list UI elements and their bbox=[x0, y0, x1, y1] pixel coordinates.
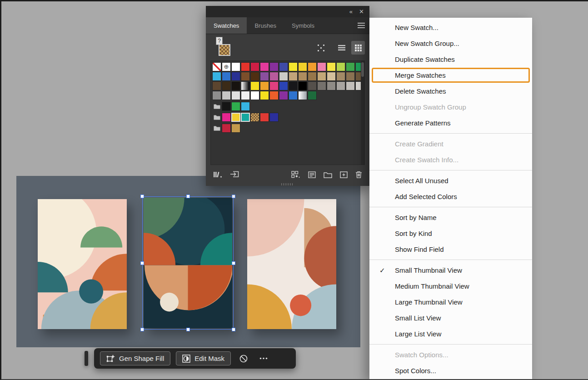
swatch[interactable] bbox=[212, 72, 221, 81]
swatch[interactable] bbox=[269, 81, 279, 90]
collapse-panel-icon[interactable]: « bbox=[349, 9, 353, 15]
color-group-folder[interactable] bbox=[212, 113, 221, 122]
swatch[interactable] bbox=[231, 62, 240, 71]
edit-mask-button[interactable]: Edit Mask bbox=[176, 351, 231, 365]
swatch[interactable] bbox=[336, 62, 345, 71]
swatch[interactable] bbox=[346, 62, 355, 71]
swatch[interactable] bbox=[289, 91, 298, 100]
swatch[interactable] bbox=[260, 72, 269, 81]
poster-artwork-3[interactable] bbox=[247, 199, 336, 329]
swatch[interactable] bbox=[231, 124, 240, 133]
swatch[interactable] bbox=[222, 72, 231, 81]
swatch-list-options-button[interactable] bbox=[308, 171, 316, 178]
swatch[interactable] bbox=[279, 81, 288, 90]
swatch-registration[interactable]: ⊕ bbox=[222, 62, 231, 71]
swatch-none[interactable] bbox=[212, 62, 221, 71]
list-view-button[interactable] bbox=[335, 41, 349, 55]
swatch[interactable] bbox=[212, 81, 221, 90]
swatch[interactable] bbox=[241, 72, 250, 81]
gen-shape-fill-button[interactable]: Gen Shape Fill bbox=[100, 351, 170, 365]
swatch[interactable] bbox=[308, 81, 317, 90]
swatch-pattern[interactable] bbox=[250, 113, 259, 122]
swatch[interactable] bbox=[212, 91, 221, 100]
current-fill-pattern-chip[interactable] bbox=[219, 44, 230, 56]
swatch[interactable] bbox=[346, 72, 355, 81]
new-swatch-button[interactable] bbox=[340, 171, 348, 178]
swatch[interactable] bbox=[241, 91, 250, 100]
color-group-folder[interactable] bbox=[212, 124, 221, 133]
menu-item-delete-swatches[interactable]: Delete Swatches bbox=[369, 83, 532, 99]
menu-item-new-swatch[interactable]: New Swatch... bbox=[369, 20, 532, 35]
panel-resize-grip[interactable] bbox=[281, 183, 294, 185]
swatch[interactable] bbox=[308, 91, 317, 100]
taskbar-drag-handle[interactable] bbox=[85, 351, 88, 366]
swatch[interactable] bbox=[279, 91, 288, 100]
swatch-kinds-menu-button[interactable] bbox=[291, 171, 300, 179]
swatch[interactable] bbox=[289, 62, 298, 71]
swatch[interactable] bbox=[250, 72, 259, 81]
swatch[interactable] bbox=[231, 102, 240, 111]
poster-artwork-1[interactable] bbox=[38, 199, 127, 329]
swatch[interactable] bbox=[260, 113, 269, 122]
menu-item-small-thumbnail-view[interactable]: ✓Small Thumbnail View bbox=[369, 262, 532, 278]
menu-item-large-thumbnail-view[interactable]: Large Thumbnail View bbox=[369, 294, 532, 310]
swatch[interactable] bbox=[231, 72, 240, 81]
tab-swatches[interactable]: Swatches bbox=[206, 17, 247, 34]
swatch[interactable] bbox=[241, 113, 250, 122]
libraries-panel-button[interactable] bbox=[213, 171, 222, 178]
swatch[interactable] bbox=[327, 81, 336, 90]
swatch[interactable] bbox=[222, 113, 231, 122]
add-to-library-button[interactable] bbox=[230, 171, 239, 178]
panel-title-bar[interactable]: « ✕ bbox=[206, 6, 369, 17]
swatch[interactable] bbox=[317, 81, 326, 90]
close-panel-icon[interactable]: ✕ bbox=[359, 9, 364, 15]
swatch[interactable] bbox=[308, 72, 317, 81]
swatch[interactable] bbox=[260, 91, 269, 100]
menu-item-merge-swatches[interactable]: Merge Swatches bbox=[369, 67, 532, 83]
menu-item-new-swatch-group[interactable]: New Swatch Group... bbox=[369, 35, 532, 51]
swatch[interactable] bbox=[298, 62, 307, 71]
swatch[interactable] bbox=[317, 72, 326, 81]
menu-item-spot-colors[interactable]: Spot Colors... bbox=[369, 363, 532, 379]
hide-taskbar-button[interactable] bbox=[236, 351, 251, 366]
swatch[interactable] bbox=[308, 62, 317, 71]
poster-artwork-2[interactable] bbox=[144, 198, 232, 328]
tab-brushes[interactable]: Brushes bbox=[247, 17, 284, 34]
menu-item-select-all-unused[interactable]: Select All Unused bbox=[369, 173, 532, 189]
swatch[interactable] bbox=[327, 62, 336, 71]
swatch[interactable] bbox=[279, 62, 288, 71]
swatch[interactable] bbox=[269, 113, 279, 122]
swatch[interactable] bbox=[222, 102, 231, 111]
swatch[interactable] bbox=[260, 81, 269, 90]
swatch[interactable] bbox=[222, 81, 231, 90]
scrollbar-track[interactable] bbox=[361, 61, 364, 165]
swatch[interactable] bbox=[289, 81, 298, 90]
swatch[interactable] bbox=[289, 72, 298, 81]
menu-item-add-selected-colors[interactable]: Add Selected Colors bbox=[369, 189, 532, 205]
swatch[interactable] bbox=[241, 62, 250, 71]
swatch[interactable] bbox=[269, 62, 279, 71]
swatch[interactable] bbox=[231, 113, 240, 122]
panel-menu-button[interactable] bbox=[353, 17, 369, 34]
menu-item-show-find-field[interactable]: Show Find Field bbox=[369, 241, 532, 257]
swatch[interactable] bbox=[279, 72, 288, 81]
swatch[interactable] bbox=[260, 62, 269, 71]
swatch-gradient[interactable] bbox=[241, 81, 250, 90]
swatch[interactable] bbox=[250, 62, 259, 71]
tab-symbols[interactable]: Symbols bbox=[284, 17, 322, 34]
swatch[interactable] bbox=[327, 72, 336, 81]
swatch[interactable] bbox=[250, 81, 259, 90]
scrollbar-thumb[interactable] bbox=[361, 62, 364, 77]
swatch[interactable] bbox=[250, 91, 259, 100]
new-color-group-button[interactable] bbox=[324, 171, 332, 178]
corner-dots-view-button[interactable] bbox=[314, 41, 328, 55]
swatch[interactable] bbox=[269, 91, 279, 100]
swatch[interactable] bbox=[222, 91, 231, 100]
swatch[interactable] bbox=[317, 62, 326, 71]
swatch[interactable] bbox=[241, 102, 250, 111]
menu-item-large-list-view[interactable]: Large List View bbox=[369, 326, 532, 342]
swatch[interactable] bbox=[231, 81, 240, 90]
menu-item-small-list-view[interactable]: Small List View bbox=[369, 310, 532, 326]
swatch[interactable] bbox=[336, 72, 345, 81]
swatch[interactable] bbox=[231, 91, 240, 100]
